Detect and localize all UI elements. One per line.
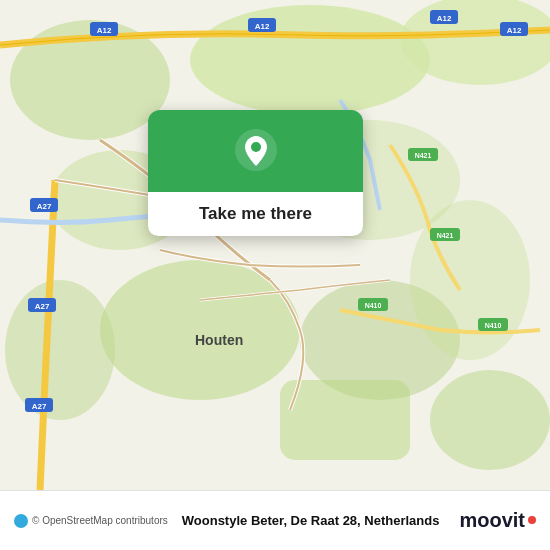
svg-text:N421: N421 xyxy=(437,232,454,239)
moovit-dot xyxy=(528,516,536,524)
svg-text:A12: A12 xyxy=(255,22,270,31)
osm-icon xyxy=(14,514,28,528)
svg-text:A12: A12 xyxy=(507,26,522,35)
svg-point-37 xyxy=(251,142,261,152)
svg-point-11 xyxy=(430,370,550,470)
svg-point-2 xyxy=(190,5,430,115)
map-background: A12 A12 A12 A12 A27 A27 A27 N421 N421 N4… xyxy=(0,0,550,490)
svg-text:A12: A12 xyxy=(97,26,112,35)
popup-card: Take me there xyxy=(148,110,363,236)
svg-text:N410: N410 xyxy=(365,302,382,309)
svg-text:A27: A27 xyxy=(37,202,52,211)
svg-point-10 xyxy=(5,280,115,420)
bottom-bar: © OpenStreetMap contributors Woonstyle B… xyxy=(0,490,550,550)
svg-text:Houten: Houten xyxy=(195,332,243,348)
address-label: Woonstyle Beter, De Raat 28, Netherlands xyxy=(182,513,460,528)
osm-text: © OpenStreetMap contributors xyxy=(32,515,168,526)
moovit-text: moovit xyxy=(459,509,525,532)
svg-text:N410: N410 xyxy=(485,322,502,329)
location-pin-icon xyxy=(234,128,278,172)
take-me-there-button[interactable]: Take me there xyxy=(148,192,363,236)
svg-text:A27: A27 xyxy=(32,402,47,411)
moovit-logo: moovit xyxy=(459,509,536,532)
svg-rect-12 xyxy=(280,380,410,460)
osm-attribution: © OpenStreetMap contributors xyxy=(14,514,168,528)
svg-text:A27: A27 xyxy=(35,302,50,311)
map-container: A12 A12 A12 A12 A27 A27 A27 N421 N421 N4… xyxy=(0,0,550,490)
svg-text:A12: A12 xyxy=(437,14,452,23)
svg-text:N421: N421 xyxy=(415,152,432,159)
